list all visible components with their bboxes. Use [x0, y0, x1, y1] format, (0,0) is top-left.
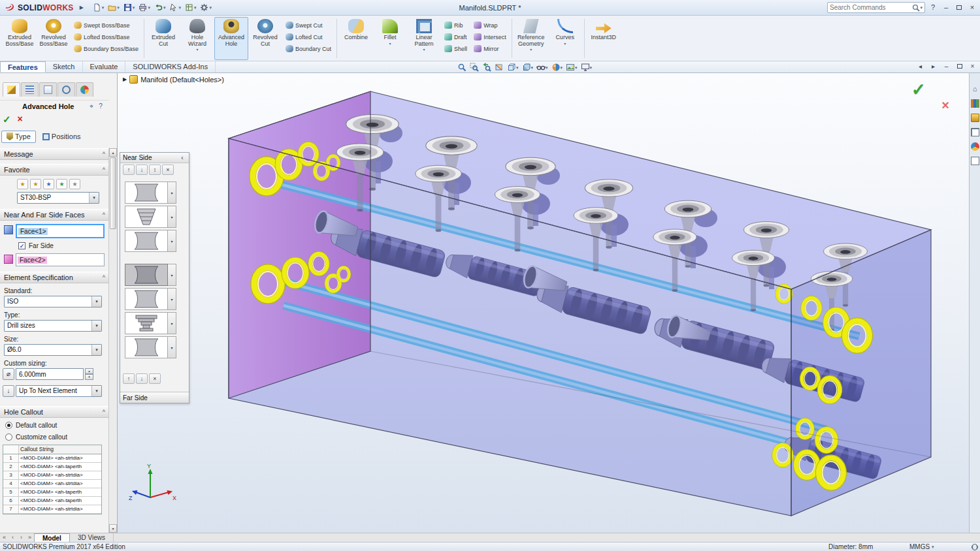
restore-button[interactable]	[954, 3, 964, 13]
revolved-boss-base-button[interactable]: Revolved Boss/Base	[37, 17, 71, 60]
instant3d-button[interactable]: Instant3D	[587, 17, 621, 60]
delete-favorite-button[interactable]: ★	[43, 179, 54, 189]
far-face-selection-box[interactable]: Face<2>	[16, 253, 105, 266]
lofted-cut-button[interactable]: Lofted Cut	[284, 32, 333, 42]
scroll-up-icon[interactable]: ▴	[109, 148, 117, 157]
shell-button[interactable]: Shell	[442, 44, 469, 54]
next-document-button[interactable]: ▸	[928, 62, 939, 72]
hole-element-thumbnail[interactable]	[125, 336, 168, 358]
hole-element-thumbnail-selected[interactable]	[125, 264, 168, 286]
search-icon[interactable]	[912, 4, 920, 12]
save-button[interactable]: ▾	[122, 2, 137, 14]
open-button[interactable]: ▾	[106, 2, 122, 14]
type-tab[interactable]: Type	[1, 131, 36, 143]
callout-row[interactable]: 2<MOD-DIAM> <ah-taperth	[3, 463, 101, 471]
apply-scene-button[interactable]: ▾	[564, 62, 579, 72]
tab-sketch[interactable]: Sketch	[46, 61, 83, 72]
element-spec-section-header[interactable]: Element Specification^	[0, 272, 109, 283]
far-side-checkbox[interactable]: ✓	[18, 242, 25, 249]
view-settings-button[interactable]: ▾	[580, 62, 594, 72]
breadcrumb[interactable]: ▶ Manifold (Default<Holes>)	[123, 75, 224, 84]
tab-evaluate[interactable]: Evaluate	[83, 61, 126, 72]
rib-button[interactable]: Rib	[442, 20, 469, 30]
insert-element-above-button[interactable]: ↑	[123, 165, 135, 175]
move-element-up-button[interactable]: ↑	[123, 373, 135, 384]
model-tab[interactable]: Model	[34, 533, 70, 542]
positions-tab[interactable]: Positions	[37, 131, 86, 143]
home-icon[interactable]: ⌂	[971, 85, 979, 93]
extruded-boss-base-button[interactable]: Extruded Boss/Base	[3, 17, 37, 60]
search-input[interactable]	[830, 4, 912, 11]
load-favorite-button[interactable]: ★	[69, 179, 80, 189]
standard-select[interactable]: ISO▾	[4, 296, 102, 307]
curves-button[interactable]: Curves▾	[548, 17, 582, 60]
section-view-button[interactable]	[493, 62, 505, 72]
element-type-dropdown[interactable]: ▾	[168, 230, 176, 252]
element-type-dropdown[interactable]: ▾	[168, 336, 176, 358]
zoom-area-button[interactable]	[468, 62, 480, 72]
chevron-down-icon[interactable]: ▾	[920, 5, 923, 10]
help-button[interactable]: ?	[928, 3, 938, 13]
custom-properties-icon[interactable]	[971, 157, 979, 165]
diameter-icon[interactable]: ⌀	[3, 368, 14, 380]
undo-button[interactable]: ▾	[152, 2, 168, 14]
pin-icon[interactable]: ⌖	[87, 102, 96, 110]
apply-defaults-button[interactable]: ★	[17, 179, 28, 189]
advanced-hole-button[interactable]: Advanced Hole	[214, 17, 248, 60]
customize-callout-radio[interactable]	[5, 433, 12, 441]
faces-section-header[interactable]: Near And Far Side Faces^	[0, 209, 109, 221]
fillet-button[interactable]: Fillet▾	[373, 17, 407, 60]
options-button[interactable]: ▾	[198, 2, 214, 14]
hole-element-thumbnail[interactable]	[125, 312, 168, 334]
close-button[interactable]: ×	[967, 3, 977, 13]
3d-views-tab[interactable]: 3D Views	[70, 533, 114, 542]
print-button[interactable]: ▾	[137, 2, 152, 14]
end-condition-select[interactable]: Up To Next Element▾	[16, 385, 102, 397]
last-tab-icon[interactable]: »	[25, 533, 34, 542]
design-library-icon[interactable]	[971, 99, 979, 108]
property-manager-tab[interactable]	[3, 82, 20, 97]
swept-boss-base-button[interactable]: Swept Boss/Base	[72, 20, 140, 30]
doc-minimize-button[interactable]: –	[941, 62, 952, 72]
doc-close-button[interactable]: ×	[967, 62, 978, 72]
favorite-select[interactable]: ST30-BSP▾	[17, 192, 99, 204]
collapse-flyout-icon[interactable]: ‹	[178, 154, 186, 161]
scroll-down-icon[interactable]: ▾	[109, 524, 117, 533]
appearances-icon[interactable]	[971, 142, 979, 151]
view-orientation-button[interactable]: ▾	[506, 62, 520, 72]
callout-row[interactable]: 6<MOD-DIAM> <ah-taperth	[3, 497, 101, 505]
file-explorer-icon[interactable]	[971, 114, 979, 122]
callout-row[interactable]: 3<MOD-DIAM> <ah-strtdia>	[3, 471, 101, 480]
linear-pattern-button[interactable]: Linear Pattern▾	[407, 17, 441, 60]
size-select[interactable]: Ø6.0▾	[4, 344, 102, 356]
extruded-cut-button[interactable]: Extruded Cut	[146, 17, 180, 60]
reverse-stack-button[interactable]: ↕	[149, 165, 161, 175]
previous-view-button[interactable]	[481, 62, 493, 72]
rebuild-button[interactable]: ▾	[183, 2, 199, 14]
hole-element-thumbnail[interactable]	[125, 288, 168, 310]
display-manager-tab[interactable]	[76, 82, 93, 97]
boundary-boss-base-button[interactable]: Boundary Boss/Base	[72, 44, 140, 54]
stepper-down-icon[interactable]: ▾	[85, 374, 93, 380]
hole-element-thumbnail[interactable]	[125, 206, 168, 228]
previous-tab-icon[interactable]: ‹	[8, 533, 17, 542]
save-favorite-button[interactable]: ★	[56, 179, 67, 189]
move-element-down-button[interactable]: ↓	[136, 373, 148, 384]
near-side-header[interactable]: Near Side‹	[120, 153, 189, 163]
element-type-dropdown[interactable]: ▾	[168, 312, 176, 334]
menu-expand-icon[interactable]: ▶	[76, 5, 87, 10]
remove-element-button[interactable]: ×	[149, 373, 161, 384]
hole-element-thumbnail[interactable]	[125, 230, 168, 252]
callout-row[interactable]: 7<MOD-DIAM> <ah-strtdia>	[3, 505, 101, 514]
type-select[interactable]: Drill sizes▾	[4, 320, 102, 332]
select-button[interactable]: ▾	[167, 2, 183, 14]
zoom-fit-button[interactable]	[456, 62, 468, 72]
unit-system-selector[interactable]: MMGS▾	[909, 543, 934, 551]
hide-show-items-button[interactable]: ▾	[535, 62, 549, 72]
next-tab-icon[interactable]: ›	[17, 533, 25, 542]
help-icon[interactable]: ?	[96, 102, 105, 110]
callout-row[interactable]: 5<MOD-DIAM> <ah-taperth	[3, 488, 101, 497]
draft-button[interactable]: Draft	[442, 32, 469, 42]
globe-icon[interactable]	[972, 544, 978, 550]
feature-manager-tab[interactable]	[21, 82, 39, 97]
